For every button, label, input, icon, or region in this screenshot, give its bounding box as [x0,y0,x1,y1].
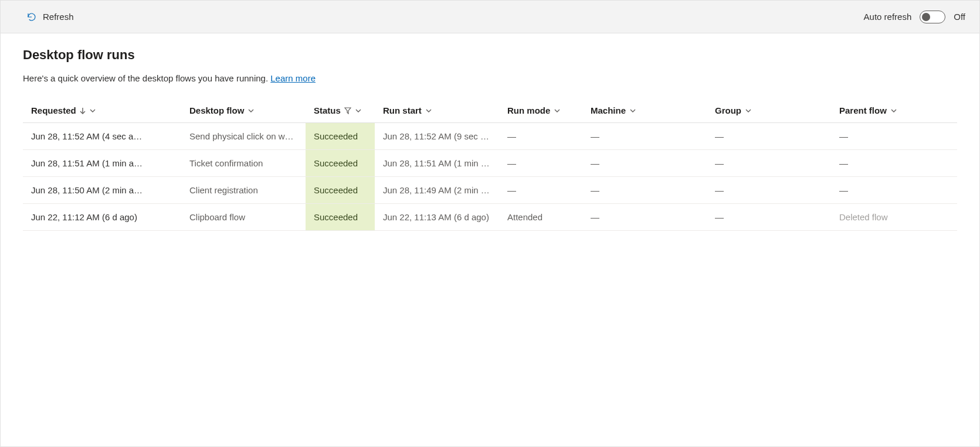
page-description: Here's a quick overview of the desktop f… [23,73,957,83]
cell-parent-flow: — [831,150,957,177]
cell-requested: Jun 28, 11:51 AM (1 min a… [23,150,181,177]
auto-refresh-state: Off [954,12,965,22]
cell-parent-flow: Deleted flow [831,204,957,231]
content: Desktop flow runs Here's a quick overvie… [1,33,979,245]
col-label-desktop-flow: Desktop flow [189,105,244,115]
col-label-run-mode: Run mode [507,105,550,115]
runs-table: Requested Desktop flow [23,98,957,231]
col-label-parent-flow: Parent flow [839,105,887,115]
cell-status: Succeeded [306,123,375,150]
chevron-down-icon [89,107,96,114]
cell-group: — [707,204,831,231]
col-header-parent-flow[interactable]: Parent flow [831,98,957,123]
chevron-down-icon [554,107,561,114]
cell-requested: Jun 28, 11:50 AM (2 min a… [23,177,181,204]
auto-refresh-toggle[interactable] [920,11,945,23]
col-header-run-start[interactable]: Run start [375,98,499,123]
page-title: Desktop flow runs [23,47,957,63]
cell-desktop-flow: Ticket confirmation [181,150,306,177]
col-label-requested: Requested [31,105,76,115]
page-description-text: Here's a quick overview of the desktop f… [23,73,270,83]
refresh-label: Refresh [43,12,74,22]
refresh-icon [26,12,37,22]
cell-run-mode: Attended [499,204,582,231]
sort-down-icon [80,107,86,114]
chevron-down-icon [629,107,636,114]
col-header-status[interactable]: Status [306,98,375,123]
cell-group: — [707,123,831,150]
filter-icon [344,107,351,114]
cell-group: — [707,177,831,204]
cell-desktop-flow: Clipboard flow [181,204,306,231]
cell-run-mode: — [499,123,582,150]
cell-parent-flow: — [831,177,957,204]
col-header-machine[interactable]: Machine [582,98,707,123]
cell-status: Succeeded [306,177,375,204]
auto-refresh-label: Auto refresh [864,12,912,22]
cell-machine: — [582,204,707,231]
svg-marker-1 [345,108,351,114]
cell-requested: Jun 22, 11:12 AM (6 d ago) [23,204,181,231]
cell-machine: — [582,123,707,150]
col-header-group[interactable]: Group [707,98,831,123]
cell-run-mode: — [499,177,582,204]
chevron-down-icon [745,107,752,114]
chevron-down-icon [890,107,897,114]
chevron-down-icon [425,107,432,114]
cell-run-start: Jun 28, 11:49 AM (2 min ago) [375,177,499,204]
col-header-requested[interactable]: Requested [23,98,181,123]
cell-machine: — [582,177,707,204]
table-row[interactable]: Jun 28, 11:52 AM (4 sec a…Send physical … [23,123,957,150]
col-label-machine: Machine [591,105,626,115]
cell-run-start: Jun 28, 11:52 AM (9 sec ago) [375,123,499,150]
learn-more-link[interactable]: Learn more [270,73,316,83]
cell-desktop-flow: Client registration [181,177,306,204]
refresh-button[interactable]: Refresh [26,12,74,22]
col-label-run-start: Run start [383,105,422,115]
cell-status: Succeeded [306,204,375,231]
toolbar: Refresh Auto refresh Off [1,1,979,33]
cell-group: — [707,150,831,177]
col-header-run-mode[interactable]: Run mode [499,98,582,123]
table-row[interactable]: Jun 28, 11:50 AM (2 min a…Client registr… [23,177,957,204]
cell-machine: — [582,150,707,177]
cell-requested: Jun 28, 11:52 AM (4 sec a… [23,123,181,150]
table-row[interactable]: Jun 22, 11:12 AM (6 d ago)Clipboard flow… [23,204,957,231]
cell-parent-flow: — [831,123,957,150]
col-label-group: Group [715,105,741,115]
cell-run-start: Jun 22, 11:13 AM (6 d ago) [375,204,499,231]
col-header-desktop-flow[interactable]: Desktop flow [181,98,306,123]
chevron-down-icon [247,107,255,114]
cell-desktop-flow: Send physical click on web e… [181,123,306,150]
chevron-down-icon [355,107,362,114]
toggle-knob [922,13,930,21]
col-label-status: Status [314,105,341,115]
cell-run-start: Jun 28, 11:51 AM (1 min ago) [375,150,499,177]
cell-run-mode: — [499,150,582,177]
table-row[interactable]: Jun 28, 11:51 AM (1 min a…Ticket confirm… [23,150,957,177]
cell-status: Succeeded [306,150,375,177]
